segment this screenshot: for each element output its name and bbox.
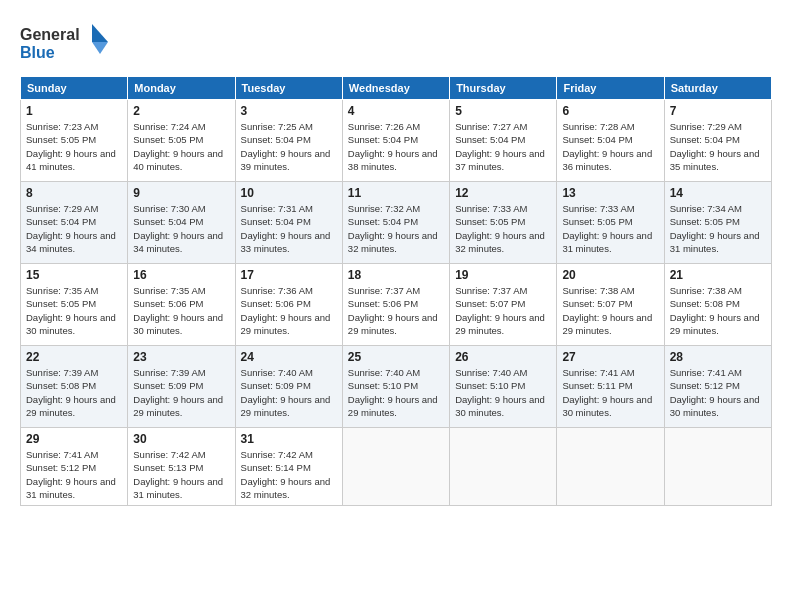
day-number: 10: [241, 186, 337, 200]
svg-marker-3: [92, 42, 108, 54]
calendar-cell: [450, 428, 557, 506]
day-number: 15: [26, 268, 122, 282]
calendar-cell: 15Sunrise: 7:35 AMSunset: 5:05 PMDayligh…: [21, 264, 128, 346]
day-info: Sunrise: 7:28 AMSunset: 5:04 PMDaylight:…: [562, 120, 658, 173]
day-number: 19: [455, 268, 551, 282]
logo-svg: General Blue: [20, 20, 110, 64]
day-number: 11: [348, 186, 444, 200]
day-info: Sunrise: 7:35 AMSunset: 5:06 PMDaylight:…: [133, 284, 229, 337]
calendar-cell: 11Sunrise: 7:32 AMSunset: 5:04 PMDayligh…: [342, 182, 449, 264]
svg-marker-2: [92, 24, 108, 42]
day-info: Sunrise: 7:27 AMSunset: 5:04 PMDaylight:…: [455, 120, 551, 173]
calendar-cell: 21Sunrise: 7:38 AMSunset: 5:08 PMDayligh…: [664, 264, 771, 346]
day-info: Sunrise: 7:40 AMSunset: 5:10 PMDaylight:…: [455, 366, 551, 419]
day-number: 27: [562, 350, 658, 364]
day-info: Sunrise: 7:24 AMSunset: 5:05 PMDaylight:…: [133, 120, 229, 173]
day-info: Sunrise: 7:32 AMSunset: 5:04 PMDaylight:…: [348, 202, 444, 255]
weekday-header-friday: Friday: [557, 77, 664, 100]
day-info: Sunrise: 7:40 AMSunset: 5:09 PMDaylight:…: [241, 366, 337, 419]
day-info: Sunrise: 7:37 AMSunset: 5:06 PMDaylight:…: [348, 284, 444, 337]
calendar-cell: 20Sunrise: 7:38 AMSunset: 5:07 PMDayligh…: [557, 264, 664, 346]
calendar-cell: 8Sunrise: 7:29 AMSunset: 5:04 PMDaylight…: [21, 182, 128, 264]
day-number: 22: [26, 350, 122, 364]
calendar-cell: 24Sunrise: 7:40 AMSunset: 5:09 PMDayligh…: [235, 346, 342, 428]
day-info: Sunrise: 7:29 AMSunset: 5:04 PMDaylight:…: [670, 120, 766, 173]
day-info: Sunrise: 7:38 AMSunset: 5:08 PMDaylight:…: [670, 284, 766, 337]
day-info: Sunrise: 7:42 AMSunset: 5:14 PMDaylight:…: [241, 448, 337, 501]
calendar-cell: 9Sunrise: 7:30 AMSunset: 5:04 PMDaylight…: [128, 182, 235, 264]
calendar-cell: 7Sunrise: 7:29 AMSunset: 5:04 PMDaylight…: [664, 100, 771, 182]
weekday-header-monday: Monday: [128, 77, 235, 100]
calendar-week-3: 15Sunrise: 7:35 AMSunset: 5:05 PMDayligh…: [21, 264, 772, 346]
calendar-cell: 26Sunrise: 7:40 AMSunset: 5:10 PMDayligh…: [450, 346, 557, 428]
day-info: Sunrise: 7:39 AMSunset: 5:08 PMDaylight:…: [26, 366, 122, 419]
day-info: Sunrise: 7:25 AMSunset: 5:04 PMDaylight:…: [241, 120, 337, 173]
day-info: Sunrise: 7:39 AMSunset: 5:09 PMDaylight:…: [133, 366, 229, 419]
weekday-header-thursday: Thursday: [450, 77, 557, 100]
day-info: Sunrise: 7:33 AMSunset: 5:05 PMDaylight:…: [455, 202, 551, 255]
day-info: Sunrise: 7:40 AMSunset: 5:10 PMDaylight:…: [348, 366, 444, 419]
day-number: 4: [348, 104, 444, 118]
calendar-cell: 13Sunrise: 7:33 AMSunset: 5:05 PMDayligh…: [557, 182, 664, 264]
day-info: Sunrise: 7:37 AMSunset: 5:07 PMDaylight:…: [455, 284, 551, 337]
page: General Blue SundayMondayTuesdayWednesda…: [0, 0, 792, 612]
calendar-table: SundayMondayTuesdayWednesdayThursdayFrid…: [20, 76, 772, 506]
day-number: 1: [26, 104, 122, 118]
day-number: 28: [670, 350, 766, 364]
day-info: Sunrise: 7:29 AMSunset: 5:04 PMDaylight:…: [26, 202, 122, 255]
day-number: 5: [455, 104, 551, 118]
calendar-cell: 19Sunrise: 7:37 AMSunset: 5:07 PMDayligh…: [450, 264, 557, 346]
calendar-cell: 2Sunrise: 7:24 AMSunset: 5:05 PMDaylight…: [128, 100, 235, 182]
calendar-week-2: 8Sunrise: 7:29 AMSunset: 5:04 PMDaylight…: [21, 182, 772, 264]
weekday-header-saturday: Saturday: [664, 77, 771, 100]
day-number: 3: [241, 104, 337, 118]
calendar-cell: 1Sunrise: 7:23 AMSunset: 5:05 PMDaylight…: [21, 100, 128, 182]
day-number: 26: [455, 350, 551, 364]
header: General Blue: [20, 20, 772, 64]
calendar-week-5: 29Sunrise: 7:41 AMSunset: 5:12 PMDayligh…: [21, 428, 772, 506]
calendar-cell: 17Sunrise: 7:36 AMSunset: 5:06 PMDayligh…: [235, 264, 342, 346]
day-info: Sunrise: 7:26 AMSunset: 5:04 PMDaylight:…: [348, 120, 444, 173]
calendar-cell: 3Sunrise: 7:25 AMSunset: 5:04 PMDaylight…: [235, 100, 342, 182]
day-number: 12: [455, 186, 551, 200]
weekday-header-row: SundayMondayTuesdayWednesdayThursdayFrid…: [21, 77, 772, 100]
calendar-cell: 5Sunrise: 7:27 AMSunset: 5:04 PMDaylight…: [450, 100, 557, 182]
day-number: 16: [133, 268, 229, 282]
day-number: 31: [241, 432, 337, 446]
calendar-cell: 4Sunrise: 7:26 AMSunset: 5:04 PMDaylight…: [342, 100, 449, 182]
calendar-cell: 14Sunrise: 7:34 AMSunset: 5:05 PMDayligh…: [664, 182, 771, 264]
svg-text:General: General: [20, 26, 80, 43]
day-info: Sunrise: 7:23 AMSunset: 5:05 PMDaylight:…: [26, 120, 122, 173]
calendar-cell: [342, 428, 449, 506]
calendar-cell: 23Sunrise: 7:39 AMSunset: 5:09 PMDayligh…: [128, 346, 235, 428]
calendar-cell: 27Sunrise: 7:41 AMSunset: 5:11 PMDayligh…: [557, 346, 664, 428]
calendar-cell: 31Sunrise: 7:42 AMSunset: 5:14 PMDayligh…: [235, 428, 342, 506]
calendar-cell: 6Sunrise: 7:28 AMSunset: 5:04 PMDaylight…: [557, 100, 664, 182]
day-info: Sunrise: 7:34 AMSunset: 5:05 PMDaylight:…: [670, 202, 766, 255]
calendar-cell: 10Sunrise: 7:31 AMSunset: 5:04 PMDayligh…: [235, 182, 342, 264]
weekday-header-sunday: Sunday: [21, 77, 128, 100]
day-info: Sunrise: 7:41 AMSunset: 5:11 PMDaylight:…: [562, 366, 658, 419]
day-number: 23: [133, 350, 229, 364]
day-info: Sunrise: 7:35 AMSunset: 5:05 PMDaylight:…: [26, 284, 122, 337]
day-info: Sunrise: 7:42 AMSunset: 5:13 PMDaylight:…: [133, 448, 229, 501]
day-number: 24: [241, 350, 337, 364]
day-number: 7: [670, 104, 766, 118]
calendar-cell: 16Sunrise: 7:35 AMSunset: 5:06 PMDayligh…: [128, 264, 235, 346]
day-info: Sunrise: 7:38 AMSunset: 5:07 PMDaylight:…: [562, 284, 658, 337]
day-number: 14: [670, 186, 766, 200]
day-number: 2: [133, 104, 229, 118]
day-number: 30: [133, 432, 229, 446]
day-number: 29: [26, 432, 122, 446]
day-info: Sunrise: 7:41 AMSunset: 5:12 PMDaylight:…: [26, 448, 122, 501]
day-info: Sunrise: 7:30 AMSunset: 5:04 PMDaylight:…: [133, 202, 229, 255]
calendar-cell: 22Sunrise: 7:39 AMSunset: 5:08 PMDayligh…: [21, 346, 128, 428]
calendar-cell: [557, 428, 664, 506]
weekday-header-wednesday: Wednesday: [342, 77, 449, 100]
logo: General Blue: [20, 20, 110, 64]
calendar-cell: 12Sunrise: 7:33 AMSunset: 5:05 PMDayligh…: [450, 182, 557, 264]
day-number: 9: [133, 186, 229, 200]
day-info: Sunrise: 7:36 AMSunset: 5:06 PMDaylight:…: [241, 284, 337, 337]
calendar-cell: 29Sunrise: 7:41 AMSunset: 5:12 PMDayligh…: [21, 428, 128, 506]
calendar-cell: 28Sunrise: 7:41 AMSunset: 5:12 PMDayligh…: [664, 346, 771, 428]
